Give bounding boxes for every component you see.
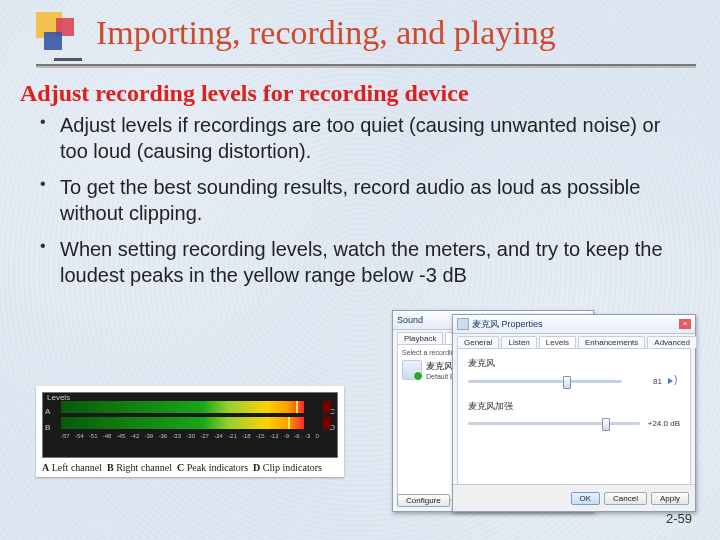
levels-meter-figure: Levels A B C D -57-54-51-48 -45-42-39-36… [36,386,344,477]
title-rule [36,64,696,66]
section-heading: Adjust recording levels for recording de… [20,80,469,107]
slider-thumb[interactable] [602,418,610,431]
sound-window-title: Sound [397,315,423,325]
mic-boost-group: 麦克风加强 +24.0 dB [468,400,680,428]
mic-boost-label: 麦克风加强 [468,400,680,413]
slide-number: 2-59 [666,511,692,526]
tab-general[interactable]: General [457,336,499,348]
mic-level-slider[interactable] [468,380,622,383]
slider-thumb[interactable] [563,376,571,389]
meter-scale: -57-54-51-48 -45-42-39-36 -33-30-27-24 -… [61,433,319,439]
mic-level-value: 81 [628,377,662,386]
mic-boost-slider[interactable] [468,422,640,425]
apply-button[interactable]: Apply [651,492,689,505]
configure-button[interactable]: Configure [397,494,450,507]
tab-advanced[interactable]: Advanced [647,336,697,348]
meter-caption: A Left channel B Right channel C Peak in… [42,462,338,473]
microphone-icon [402,360,422,380]
tab-levels[interactable]: Levels [539,336,576,348]
mic-boost-value: +24.0 dB [646,419,680,428]
cancel-button[interactable]: Cancel [604,492,647,505]
props-window-title: 麦克风 Properties [472,319,543,329]
slide-logo [36,12,82,58]
channel-label-b: B [45,423,50,432]
meter-bar-left [61,401,319,413]
props-tabs: General Listen Levels Enhancements Advan… [453,334,695,348]
meter-bar-right [61,417,319,429]
ok-button[interactable]: OK [571,492,601,505]
tab-playback[interactable]: Playback [397,332,443,344]
list-item: Adjust levels if recordings are too quie… [36,112,692,164]
props-footer: OK Cancel Apply [453,484,695,511]
slide-title: Importing, recording, and playing [96,14,556,52]
tab-enhancements[interactable]: Enhancements [578,336,645,348]
list-item: To get the best sounding results, record… [36,174,692,226]
mic-level-group: 麦克风 81 [468,357,680,386]
bullet-list: Adjust levels if recordings are too quie… [36,112,692,298]
props-window-titlebar[interactable]: 麦克风 Properties × [453,315,695,334]
list-item: When setting recording levels, watch the… [36,236,692,288]
mic-titlebar-icon [457,318,469,330]
close-icon[interactable]: × [679,319,691,329]
mic-properties-window: 麦克风 Properties × General Listen Levels E… [452,314,696,512]
levels-meter: Levels A B C D -57-54-51-48 -45-42-39-36… [42,392,338,458]
speaker-icon[interactable] [668,376,680,386]
channel-label-a: A [45,407,50,416]
mic-level-label: 麦克风 [468,357,680,370]
tab-listen[interactable]: Listen [501,336,536,348]
sound-dialogs: Sound × Playback Recording Select a reco… [392,310,700,520]
